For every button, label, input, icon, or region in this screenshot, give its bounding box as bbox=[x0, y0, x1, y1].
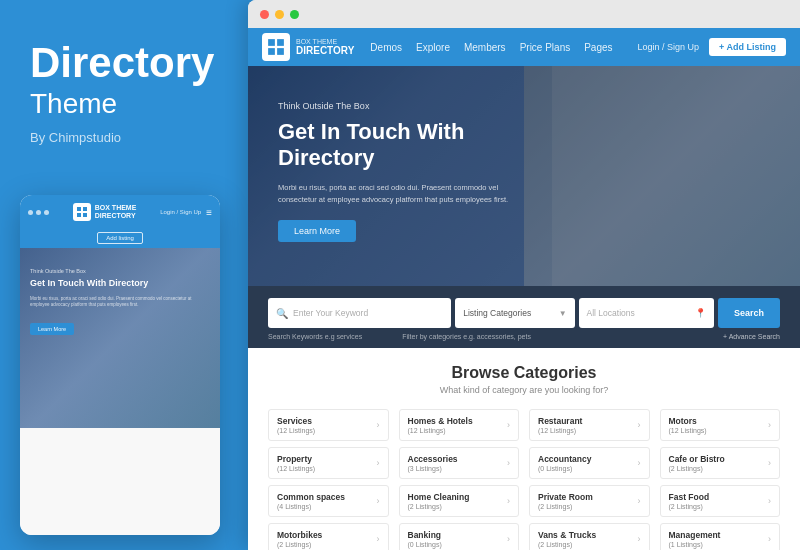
categories-title: Browse Categories bbox=[268, 364, 780, 382]
mobile-hero-body: Morbi eu risus, porta ac oraci sed odio … bbox=[30, 296, 210, 310]
category-select-wrap[interactable]: Listing Categories ▼ bbox=[455, 298, 574, 328]
cat-info: Fast Food (2 Listings) bbox=[669, 492, 710, 510]
category-item[interactable]: Home Cleaning (2 Listings) › bbox=[399, 485, 520, 517]
cat-info: Vans & Trucks (2 Listings) bbox=[538, 530, 596, 548]
desktop-nav-link[interactable]: Explore bbox=[416, 42, 450, 53]
cat-info: Motorbikes (2 Listings) bbox=[277, 530, 322, 548]
desktop-logo-icon bbox=[262, 33, 290, 61]
mobile-hero-content: Think Outside The Box Get In Touch With … bbox=[20, 248, 220, 345]
cat-name: Services bbox=[277, 416, 315, 426]
category-item[interactable]: Services (12 Listings) › bbox=[268, 409, 389, 441]
desktop-hero: Think Outside The Box Get In Touch With … bbox=[248, 66, 800, 286]
category-item[interactable]: Homes & Hotels (12 Listings) › bbox=[399, 409, 520, 441]
category-item[interactable]: Management (1 Listings) › bbox=[660, 523, 781, 550]
cat-arrow-icon: › bbox=[377, 458, 380, 468]
desktop-nav-link[interactable]: Demos bbox=[370, 42, 402, 53]
cat-count: (2 Listings) bbox=[408, 503, 470, 510]
cat-arrow-icon: › bbox=[377, 534, 380, 544]
mobile-nav-right: Login / Sign Up ≡ bbox=[160, 207, 212, 218]
desktop-nav-links: DemosExploreMembersPrice PlansPages bbox=[370, 42, 637, 53]
category-item[interactable]: Accessories (3 Listings) › bbox=[399, 447, 520, 479]
cat-arrow-icon: › bbox=[507, 458, 510, 468]
mobile-dot-2 bbox=[36, 210, 41, 215]
cat-count: (12 Listings) bbox=[277, 427, 315, 434]
sub-title: Theme bbox=[30, 88, 218, 120]
cat-info: Services (12 Listings) bbox=[277, 416, 315, 434]
search-bar: 🔍 Enter Your Keyword Listing Categories … bbox=[268, 298, 780, 328]
cat-info: Restaurant (12 Listings) bbox=[538, 416, 582, 434]
cat-arrow-icon: › bbox=[507, 420, 510, 430]
cat-info: Property (12 Listings) bbox=[277, 454, 315, 472]
cat-count: (12 Listings) bbox=[669, 427, 707, 434]
cat-name: Homes & Hotels bbox=[408, 416, 473, 426]
left-panel: Directory Theme By Chimpstudio BOX THEME… bbox=[0, 0, 248, 550]
cat-name: Accessories bbox=[408, 454, 458, 464]
mobile-hero-title: Get In Touch With Directory bbox=[30, 278, 210, 290]
desktop-nav-link[interactable]: Price Plans bbox=[520, 42, 571, 53]
dot-yellow[interactable] bbox=[275, 10, 284, 19]
category-item[interactable]: Restaurant (12 Listings) › bbox=[529, 409, 650, 441]
categories-grid: Services (12 Listings) › Homes & Hotels … bbox=[268, 409, 780, 550]
desktop-nav-link[interactable]: Pages bbox=[584, 42, 612, 53]
cat-name: Home Cleaning bbox=[408, 492, 470, 502]
svg-rect-5 bbox=[277, 39, 284, 46]
hero-small-text: Think Outside The Box bbox=[278, 101, 538, 111]
category-item[interactable]: Common spaces (4 Listings) › bbox=[268, 485, 389, 517]
category-item[interactable]: Cafe or Bistro (2 Listings) › bbox=[660, 447, 781, 479]
cat-name: Restaurant bbox=[538, 416, 582, 426]
desktop-title-bar bbox=[248, 0, 800, 28]
location-placeholder: All Locations bbox=[587, 308, 635, 318]
cat-name: Private Room bbox=[538, 492, 593, 502]
svg-rect-6 bbox=[268, 48, 275, 55]
location-wrap[interactable]: All Locations 📍 bbox=[579, 298, 714, 328]
cat-count: (12 Listings) bbox=[408, 427, 473, 434]
mobile-hero-btn[interactable]: Learn More bbox=[30, 323, 74, 335]
cat-arrow-icon: › bbox=[768, 496, 771, 506]
cat-name: Property bbox=[277, 454, 315, 464]
cat-name: Vans & Trucks bbox=[538, 530, 596, 540]
mobile-dot-1 bbox=[28, 210, 33, 215]
hero-cta-btn[interactable]: Learn More bbox=[278, 220, 356, 242]
svg-rect-7 bbox=[277, 48, 284, 55]
mobile-dot-3 bbox=[44, 210, 49, 215]
category-item[interactable]: Private Room (2 Listings) › bbox=[529, 485, 650, 517]
svg-rect-4 bbox=[268, 39, 275, 46]
desktop-login[interactable]: Login / Sign Up bbox=[638, 42, 700, 52]
cat-arrow-icon: › bbox=[638, 534, 641, 544]
search-keyword-hint: Enter Your Keyword bbox=[293, 308, 368, 318]
cat-arrow-icon: › bbox=[377, 420, 380, 430]
dot-red[interactable] bbox=[260, 10, 269, 19]
cat-info: Accessories (3 Listings) bbox=[408, 454, 458, 472]
mobile-logo: BOX THEME DIRECTORY bbox=[73, 203, 137, 221]
desktop-nav-link[interactable]: Members bbox=[464, 42, 506, 53]
dot-green[interactable] bbox=[290, 10, 299, 19]
desktop-nav: BOX THEME DIRECTORY DemosExploreMembersP… bbox=[248, 28, 800, 66]
hero-content: Think Outside The Box Get In Touch With … bbox=[248, 66, 568, 277]
cat-count: (12 Listings) bbox=[538, 427, 582, 434]
categories-sub: What kind of category are you looking fo… bbox=[268, 385, 780, 395]
cat-count: (2 Listings) bbox=[669, 465, 725, 472]
desktop-mockup: BOX THEME DIRECTORY DemosExploreMembersP… bbox=[248, 0, 800, 550]
category-item[interactable]: Property (12 Listings) › bbox=[268, 447, 389, 479]
cat-count: (2 Listings) bbox=[277, 541, 322, 548]
category-placeholder: Listing Categories bbox=[463, 308, 531, 318]
location-icon: 📍 bbox=[695, 308, 706, 318]
mobile-login: Login / Sign Up bbox=[160, 209, 201, 215]
search-section: 🔍 Enter Your Keyword Listing Categories … bbox=[248, 286, 800, 348]
mobile-add-btn[interactable]: Add listing bbox=[97, 232, 143, 244]
advance-search-link[interactable]: + Advance Search bbox=[723, 333, 780, 340]
category-item[interactable]: Motors (12 Listings) › bbox=[660, 409, 781, 441]
svg-rect-2 bbox=[77, 213, 81, 217]
cat-count: (2 Listings) bbox=[538, 503, 593, 510]
category-item[interactable]: Accountancy (0 Listings) › bbox=[529, 447, 650, 479]
by-text: By Chimpstudio bbox=[30, 130, 218, 145]
category-item[interactable]: Fast Food (2 Listings) › bbox=[660, 485, 781, 517]
search-keyword-wrap[interactable]: 🔍 Enter Your Keyword bbox=[268, 298, 451, 328]
mobile-logo-text: BOX THEME DIRECTORY bbox=[95, 204, 137, 219]
category-item[interactable]: Vans & Trucks (2 Listings) › bbox=[529, 523, 650, 550]
category-item[interactable]: Motorbikes (2 Listings) › bbox=[268, 523, 389, 550]
search-btn[interactable]: Search bbox=[718, 298, 780, 328]
cat-info: Cafe or Bistro (2 Listings) bbox=[669, 454, 725, 472]
desktop-add-btn[interactable]: + Add Listing bbox=[709, 38, 786, 56]
category-item[interactable]: Banking (0 Listings) › bbox=[399, 523, 520, 550]
